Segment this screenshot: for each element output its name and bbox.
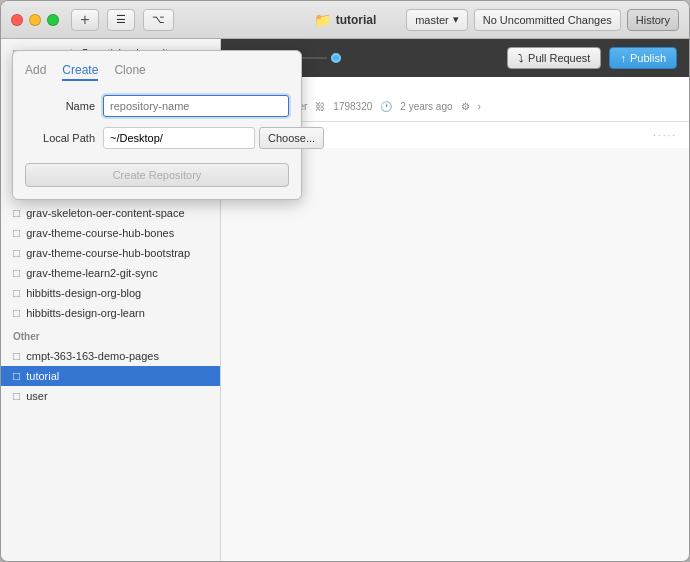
publish-button[interactable]: ↑ Publish: [609, 47, 677, 69]
tab-add[interactable]: Add: [25, 63, 46, 81]
uncommitted-changes-button[interactable]: No Uncommitted Changes: [474, 9, 621, 31]
publish-icon: ↑: [620, 52, 626, 64]
commit-hash: 1798320: [333, 101, 372, 112]
pull-request-icon: ⤵: [518, 52, 524, 64]
repo-icon: □: [13, 306, 20, 320]
layout-icon-1: ☰: [116, 13, 126, 26]
sidebar-item-user[interactable]: □ user: [1, 386, 220, 406]
repo-icon: □: [13, 286, 20, 300]
commit-details: First joshaber ⛓ 1798320 🕐 2 years ago ⚙…: [269, 85, 677, 112]
sidebar-item-grav-theme-bootstrap[interactable]: □ grav-theme-course-hub-bootstrap: [1, 243, 220, 263]
repo-icon: □: [13, 206, 20, 220]
repository-name-input[interactable]: [103, 95, 289, 117]
sidebar-section-other: Other □ cmpt-363-163-demo-pages □ tutori…: [1, 323, 220, 406]
folder-icon: 📁: [314, 12, 331, 28]
traffic-lights: [11, 14, 59, 26]
minimize-button[interactable]: [29, 14, 41, 26]
history-button[interactable]: History: [627, 9, 679, 31]
maximize-button[interactable]: [47, 14, 59, 26]
repo-icon: □: [13, 266, 20, 280]
name-label: Name: [25, 100, 95, 112]
commit-time: 2 years ago: [400, 101, 452, 112]
sidebar-item-grav-theme-learn2[interactable]: □ grav-theme-learn2-git-sync: [1, 263, 220, 283]
local-path-label: Local Path: [25, 132, 95, 144]
main-window: + ☰ ⌥ 📁 tutorial master ▾ No Uncommitted…: [0, 0, 690, 562]
repo-icon: □: [13, 246, 20, 260]
chain-icon: ⛓: [315, 101, 325, 112]
other-section-label: Other: [1, 323, 220, 346]
settings-icon[interactable]: ⚙: [461, 101, 470, 112]
popover-tabs: Add Create Clone: [25, 63, 289, 81]
commit-title-row: First: [269, 85, 677, 99]
repo-icon: □: [13, 389, 20, 403]
tab-create[interactable]: Create: [62, 63, 98, 81]
repo-icon: □: [13, 226, 20, 240]
close-button[interactable]: [11, 14, 23, 26]
sidebar-item-tutorial[interactable]: □ tutorial: [1, 366, 220, 386]
sidebar-item-hibbitts-blog[interactable]: □ hibbitts-design-org-blog: [1, 283, 220, 303]
sidebar-item-cmpt363[interactable]: □ cmpt-363-163-demo-pages: [1, 346, 220, 366]
tab-clone[interactable]: Clone: [114, 63, 145, 81]
create-repository-popover: Add Create Clone Name Local Path Choo: [12, 50, 302, 200]
layout-toggle-2[interactable]: ⌥: [143, 9, 174, 31]
create-repository-button[interactable]: Create Repository: [25, 163, 289, 187]
titlebar-controls: master ▾ No Uncommitted Changes History: [406, 9, 679, 31]
clock-icon: 🕐: [380, 101, 392, 112]
titlebar: + ☰ ⌥ 📁 tutorial master ▾ No Uncommitted…: [1, 1, 689, 39]
layout-toggle-1[interactable]: ☰: [107, 9, 135, 31]
local-path-group: Choose...: [103, 127, 324, 149]
sidebar-item-grav-theme-bones[interactable]: □ grav-theme-course-hub-bones: [1, 223, 220, 243]
commit-meta: joshaber ⛓ 1798320 🕐 2 years ago ⚙ ›: [269, 101, 677, 112]
pull-request-button[interactable]: ⤵ Pull Request: [507, 47, 601, 69]
name-field-row: Name: [25, 95, 289, 117]
sidebar-item-hibbitts-learn[interactable]: □ hibbitts-design-org-learn: [1, 303, 220, 323]
window-title: 📁 tutorial: [314, 12, 377, 28]
branch-icon: ⌥: [152, 13, 165, 26]
sidebar-item-grav-oer[interactable]: □ grav-skeleton-oer-content-space: [1, 203, 220, 223]
choose-button[interactable]: Choose...: [259, 127, 324, 149]
repo-icon: □: [13, 349, 20, 363]
chevron-right-icon: ›: [478, 101, 481, 112]
repo-icon: □: [13, 369, 20, 383]
chevron-down-icon: ▾: [453, 13, 459, 26]
file-dots: ·····: [653, 130, 677, 141]
local-path-field-row: Local Path Choose...: [25, 127, 289, 149]
branch-selector[interactable]: master ▾: [406, 9, 468, 31]
timeline-end-dot: [331, 53, 341, 63]
add-repository-button[interactable]: +: [71, 9, 99, 31]
local-path-input[interactable]: [103, 127, 255, 149]
